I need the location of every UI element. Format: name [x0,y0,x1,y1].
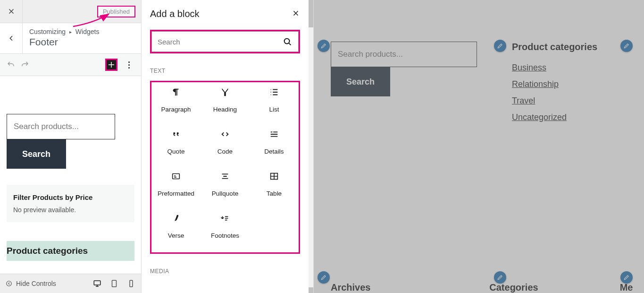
category-link[interactable]: Uncategorized [512,112,635,122]
widget-preview-area: Search Filter Products by Price No previ… [0,76,141,274]
mobile-icon [127,279,135,288]
desktop-icon [93,279,101,288]
block-grid-highlight: Paragraph Heading List Quote Code [150,81,300,254]
footnotes-icon [220,213,230,224]
block-pullquote[interactable]: Pullquote [201,171,250,197]
edit-shortcut-button[interactable] [318,271,330,284]
undo-button[interactable] [7,60,15,69]
code-icon [220,129,230,139]
block-verse[interactable]: Verse [151,213,201,239]
block-list[interactable]: List [250,87,299,113]
svg-point-0 [7,281,12,286]
scrollbar-thumb-bottom[interactable] [309,287,313,293]
product-categories-heading: Product categories [7,246,134,256]
tablet-preview-button[interactable] [110,279,118,288]
pencil-icon [497,274,503,281]
svg-rect-2 [112,280,117,287]
pencil-icon [623,43,630,49]
media-section-label: MEDIA [150,268,300,275]
block-code[interactable]: Code [201,129,250,155]
preview-meta-heading: Me [620,282,644,293]
back-button[interactable] [0,23,23,53]
block-heading[interactable]: Heading [201,87,250,113]
more-vertical-icon [128,61,130,69]
filter-widget-description: No preview available. [13,206,128,214]
breadcrumb: Customizing ▸ Widgets [29,28,134,35]
close-icon [7,7,16,16]
product-categories-widget-preview[interactable]: Product categories [7,241,134,261]
block-label: Pullquote [212,190,238,197]
table-icon [269,171,279,181]
block-label: Paragraph [161,106,191,113]
svg-point-4 [284,39,290,44]
block-paragraph[interactable]: Paragraph [151,87,201,113]
desktop-preview-button[interactable] [93,279,101,288]
close-icon [292,9,300,17]
preview-product-categories-heading: Product categories [512,42,635,52]
breadcrumb-section: Widgets [75,28,100,35]
preview-search-input[interactable] [331,42,477,67]
text-section-label: TEXT [150,68,300,74]
pencil-icon [320,43,327,49]
search-icon [282,36,293,47]
plus-icon [107,60,116,69]
preformatted-icon [171,171,181,181]
pencil-icon [623,274,630,281]
edit-shortcut-button[interactable] [620,40,633,52]
list-icon [269,87,279,97]
edit-shortcut-button[interactable] [494,271,506,284]
block-quote[interactable]: Quote [151,129,201,155]
redo-button[interactable] [21,60,29,69]
edit-shortcut-button[interactable] [494,40,506,52]
breadcrumb-root: Customizing [29,28,66,35]
search-products-input[interactable] [7,114,115,139]
tablet-icon [110,279,118,288]
breadcrumb-separator: ▸ [69,29,72,34]
mobile-preview-button[interactable] [127,279,135,288]
inserter-close-button[interactable] [292,9,300,19]
block-label: Heading [213,106,237,113]
edit-shortcut-button[interactable] [318,40,330,52]
block-label: Quote [167,148,185,155]
site-preview: Search Product categories Business Relat… [314,0,644,293]
block-label: Verse [168,232,184,239]
svg-rect-5 [173,174,180,179]
sidebar-topbar: Published [0,0,141,23]
panel-title: Footer [29,36,134,48]
redo-icon [21,60,29,69]
heading-icon [220,87,230,97]
more-options-button[interactable] [123,59,134,70]
inserter-scrollbar[interactable] [309,0,313,293]
inserter-title: Add a block [150,9,200,19]
add-block-button[interactable] [105,59,117,71]
block-label: Footnotes [211,232,239,239]
filter-widget-preview: Filter Products by Price No preview avai… [7,185,134,222]
pencil-icon [497,43,503,49]
edit-shortcut-button[interactable] [620,271,633,284]
search-widget-preview: Search [7,114,134,169]
panel-header: Customizing ▸ Widgets Footer [0,23,141,54]
block-preformatted[interactable]: Preformatted [151,171,201,197]
block-details[interactable]: Details [250,129,299,155]
category-link[interactable]: Travel [512,96,635,106]
block-footnotes[interactable]: Footnotes [201,213,250,239]
category-link[interactable]: Business [512,63,635,73]
scrollbar-thumb[interactable] [309,0,313,27]
verse-icon [171,213,181,224]
hide-controls-button[interactable]: Hide Controls [6,280,56,287]
editor-toolbar [0,54,141,76]
customizer-footer: Hide Controls [0,274,141,293]
category-link[interactable]: Relationship [512,79,635,89]
svg-rect-1 [94,281,100,285]
block-table[interactable]: Table [250,171,299,197]
pencil-icon [320,274,327,281]
block-label: Table [267,190,282,197]
block-label: List [269,106,279,113]
close-customizer-button[interactable] [0,0,23,23]
search-products-button[interactable]: Search [7,139,66,169]
publish-button[interactable]: Published [97,6,135,17]
inserter-search-input[interactable] [158,38,282,46]
preview-search-button[interactable]: Search [331,67,390,96]
hide-controls-label: Hide Controls [16,280,56,287]
block-inserter-panel: Add a block TEXT Paragraph Heading [142,0,314,293]
